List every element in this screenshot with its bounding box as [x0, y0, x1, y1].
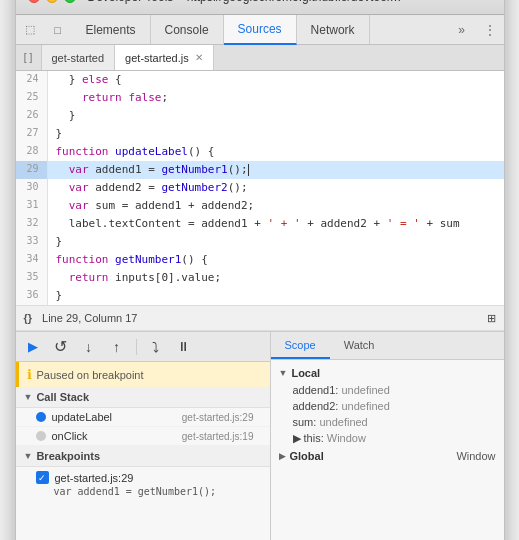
tab-watch[interactable]: Watch — [330, 332, 389, 359]
bottom-panel: ▶ ↺ ↓ ↑ ⤵ ⏸ ℹ Paused on breakpoint ▼ Cal… — [16, 331, 504, 540]
callstack-file-1: get-started.js:19 — [182, 431, 254, 442]
global-scope-value: Window — [456, 450, 495, 462]
titlebar: Developer Tools – https://googlechrome.g… — [16, 0, 504, 15]
pause-notice: ℹ Paused on breakpoint — [16, 362, 270, 387]
breakpoint-code-0: var addend1 = getNumber1(); — [36, 486, 254, 497]
breakpoint-item-0: ✓ get-started.js:29 var addend1 = getNum… — [16, 467, 270, 501]
devtools-menu-button[interactable]: ⋮ — [476, 15, 504, 44]
scope-prop-addend1: addend1: undefined — [271, 382, 504, 398]
code-line-34: 34 function getNumber1() { — [16, 251, 504, 269]
file-tree-toggle[interactable]: [ ] — [16, 45, 42, 70]
callstack-file-0: get-started.js:29 — [182, 412, 254, 423]
status-bar: {} Line 29, Column 17 ⊞ — [16, 305, 504, 331]
scope-prop-this[interactable]: ▶ this: Window — [271, 430, 504, 447]
step-into-button[interactable]: ↓ — [78, 336, 100, 358]
info-icon: ℹ — [27, 367, 32, 382]
breakpoints-header[interactable]: ▼ Breakpoints — [16, 446, 270, 467]
code-line-36: 36 } — [16, 287, 504, 305]
window-title: Developer Tools – https://googlechrome.g… — [88, 0, 492, 4]
breakpoints-list: ✓ get-started.js:29 var addend1 = getNum… — [16, 467, 270, 501]
callstack-fn-0: updateLabel — [52, 411, 176, 423]
breakpoints-arrow-icon: ▼ — [24, 451, 33, 461]
code-line-33: 33 } — [16, 233, 504, 251]
step-out-button[interactable]: ↑ — [106, 336, 128, 358]
tab-scope[interactable]: Scope — [271, 332, 330, 359]
code-line-35: 35 return inputs[0].value; — [16, 269, 504, 287]
step-button[interactable]: ⤵ — [145, 336, 167, 358]
file-tabs: [ ] get-started get-started.js ✕ — [16, 45, 504, 71]
more-tabs-button[interactable]: » — [448, 15, 476, 44]
scope-prop-sum: sum: undefined — [271, 414, 504, 430]
toolbar-separator — [136, 339, 137, 355]
scope-prop-addend2: addend2: undefined — [271, 398, 504, 414]
code-line-27: 27 } — [16, 125, 504, 143]
deactivate-button[interactable]: ⏸ — [173, 336, 195, 358]
status-expand-icon[interactable]: ⊞ — [487, 312, 496, 325]
close-button[interactable] — [28, 0, 40, 3]
callstack-item-1[interactable]: onClick get-started.js:19 — [16, 427, 270, 446]
file-tab-get-started[interactable]: get-started — [42, 45, 116, 70]
local-scope-header[interactable]: ▼ Local — [271, 364, 504, 382]
code-line-32: 32 label.textContent = addend1 + ' + ' +… — [16, 215, 504, 233]
tab-sources[interactable]: Sources — [224, 15, 297, 45]
callstack-label: Call Stack — [36, 391, 89, 403]
device-icon[interactable]: □ — [44, 15, 72, 44]
devtools-window: Developer Tools – https://googlechrome.g… — [15, 0, 505, 540]
code-line-25: 25 return false; — [16, 89, 504, 107]
global-scope-header[interactable]: ▶ Global Window — [271, 447, 504, 465]
status-line-col: Line 29, Column 17 — [42, 312, 137, 324]
code-line-24: 24 } else { — [16, 71, 504, 89]
tab-elements[interactable]: Elements — [72, 15, 151, 44]
debugger-panel: ▶ ↺ ↓ ↑ ⤵ ⏸ ℹ Paused on breakpoint ▼ Cal… — [16, 332, 271, 540]
inspector-icon[interactable]: ⬚ — [16, 15, 44, 44]
code-line-26: 26 } — [16, 107, 504, 125]
traffic-lights — [28, 0, 76, 3]
file-tab-get-started-js[interactable]: get-started.js ✕ — [115, 45, 214, 70]
callstack-fn-1: onClick — [52, 430, 176, 442]
breakpoints-label: Breakpoints — [36, 450, 100, 462]
code-line-29: 29 var addend1 = getNumber1(); — [16, 161, 504, 179]
scope-tab-bar: Scope Watch — [271, 332, 504, 360]
callstack-active-icon — [36, 412, 46, 422]
scope-content: ▼ Local addend1: undefined addend2: unde… — [271, 360, 504, 540]
minimize-button[interactable] — [46, 0, 58, 3]
status-braces-icon: {} — [24, 312, 33, 324]
code-line-30: 30 var addend2 = getNumber2(); — [16, 179, 504, 197]
callstack-item-0[interactable]: updateLabel get-started.js:29 — [16, 408, 270, 427]
tab-network[interactable]: Network — [297, 15, 370, 44]
pause-notice-text: Paused on breakpoint — [37, 369, 144, 381]
maximize-button[interactable] — [64, 0, 76, 3]
local-arrow-icon: ▼ — [279, 368, 288, 378]
local-scope-label: Local — [291, 367, 320, 379]
callstack-icon-1 — [36, 431, 46, 441]
breakpoint-checkbox-0[interactable]: ✓ — [36, 471, 49, 484]
scope-panel: Scope Watch ▼ Local addend1: undefined a… — [271, 332, 504, 540]
code-line-31: 31 var sum = addend1 + addend2; — [16, 197, 504, 215]
global-arrow-icon: ▶ — [279, 451, 286, 461]
resume-button[interactable]: ▶ — [22, 336, 44, 358]
global-scope-label: Global — [290, 450, 453, 462]
close-tab-icon[interactable]: ✕ — [195, 52, 203, 63]
callstack-arrow-icon: ▼ — [24, 392, 33, 402]
callstack-header[interactable]: ▼ Call Stack — [16, 387, 270, 408]
nav-tabbar: ⬚ □ Elements Console Sources Network » ⋮ — [16, 15, 504, 45]
breakpoint-file-0: get-started.js:29 — [55, 472, 134, 484]
code-line-28: 28 function updateLabel() { — [16, 143, 504, 161]
tab-console[interactable]: Console — [151, 15, 224, 44]
code-editor[interactable]: 24 } else { 25 return false; 26 } 27 } 2… — [16, 71, 504, 305]
debugger-toolbar: ▶ ↺ ↓ ↑ ⤵ ⏸ — [16, 332, 270, 362]
step-over-button[interactable]: ↺ — [50, 336, 72, 358]
